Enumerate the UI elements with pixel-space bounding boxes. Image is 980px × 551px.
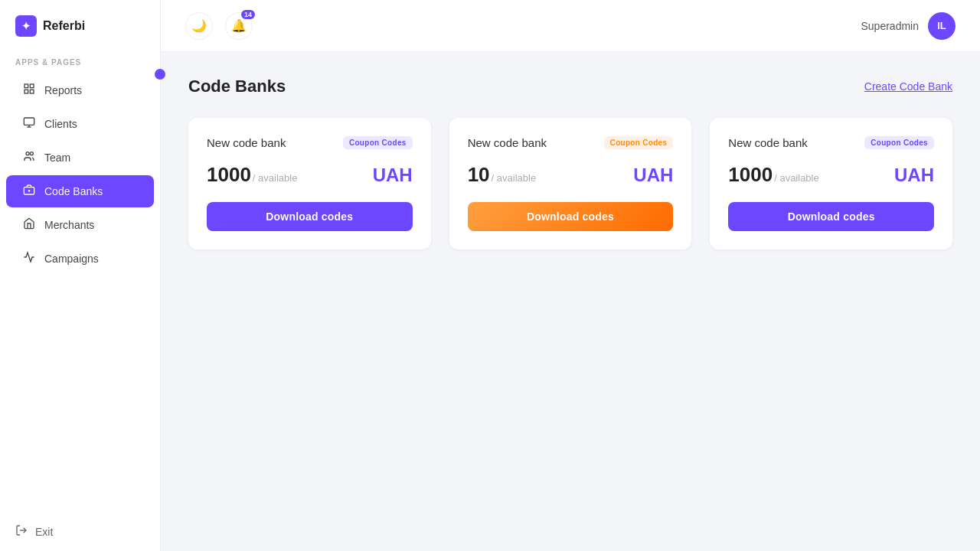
svg-rect-4 — [24, 118, 34, 125]
sidebar-code-banks-label: Code Banks — [44, 185, 103, 197]
svg-point-7 — [26, 152, 29, 155]
exit-button[interactable]: Exit — [0, 512, 160, 551]
sidebar-campaigns-label: Campaigns — [44, 253, 99, 265]
card-1-available: 1000/ available — [207, 163, 297, 187]
sidebar-item-code-banks[interactable]: Code Banks — [6, 175, 154, 207]
sidebar-reports-label: Reports — [44, 84, 82, 96]
page-title: Code Banks — [188, 77, 286, 96]
card-2-count: 10 — [468, 163, 490, 186]
code-bank-card-3: New code bank Coupon Codes 1000/ availab… — [710, 118, 952, 249]
exit-label: Exit — [35, 526, 53, 538]
download-codes-button-2[interactable]: Download codes — [468, 202, 674, 231]
sidebar-merchants-label: Merchants — [44, 219, 94, 231]
logo-area: ✦ Referbi — [0, 0, 160, 44]
reports-icon — [21, 83, 37, 98]
sidebar-clients-label: Clients — [44, 118, 77, 130]
card-1-top: New code bank Coupon Codes — [207, 136, 413, 149]
notification-badge: 14 — [241, 10, 255, 19]
card-3-middle: 1000/ available UAH — [728, 163, 934, 187]
apps-pages-label: APPS & PAGES — [0, 44, 160, 73]
code-bank-card-1: New code bank Coupon Codes 1000/ availab… — [188, 118, 431, 249]
download-codes-button-1[interactable]: Download codes — [207, 202, 413, 231]
card-1-badge: Coupon Codes — [343, 136, 413, 149]
card-3-top: New code bank Coupon Codes — [728, 136, 934, 149]
card-1-label: / available — [253, 172, 298, 184]
svg-point-8 — [30, 152, 33, 155]
sidebar-nav: Reports Clients Team Code Banks Merchant… — [0, 73, 160, 276]
card-2-middle: 10/ available UAH — [468, 163, 674, 187]
code-banks-grid: New code bank Coupon Codes 1000/ availab… — [188, 118, 952, 249]
sidebar-dot — [155, 69, 165, 80]
sidebar-item-team[interactable]: Team — [6, 142, 154, 174]
card-3-currency: UAH — [894, 165, 934, 186]
card-3-label: / available — [774, 172, 819, 184]
exit-icon — [15, 524, 28, 539]
sidebar-item-clients[interactable]: Clients — [6, 108, 154, 140]
merchants-icon — [21, 217, 37, 233]
logo-text: Referbi — [43, 19, 85, 33]
card-1-count: 1000 — [207, 163, 251, 186]
download-codes-button-3[interactable]: Download codes — [728, 202, 934, 231]
svg-rect-0 — [24, 84, 28, 88]
svg-rect-1 — [30, 84, 34, 88]
header-right: Superadmin IL — [861, 12, 956, 40]
card-3-name: New code bank — [728, 136, 807, 149]
header: 🌙 🔔 14 Superadmin IL — [161, 0, 980, 52]
avatar[interactable]: IL — [928, 12, 956, 40]
card-2-badge: Coupon Codes — [604, 136, 674, 149]
code-banks-icon — [21, 184, 37, 199]
main-content: 🌙 🔔 14 Superadmin IL Code Banks Create C… — [161, 0, 980, 551]
sidebar-team-label: Team — [44, 152, 70, 164]
clients-icon — [21, 116, 37, 132]
svg-rect-3 — [30, 90, 34, 93]
card-2-name: New code bank — [468, 136, 547, 149]
logo-icon: ✦ — [15, 15, 37, 37]
team-icon — [21, 150, 37, 165]
header-left: 🌙 🔔 14 — [185, 12, 253, 40]
sidebar: ✦ Referbi APPS & PAGES Reports Clients T… — [0, 0, 161, 551]
code-bank-card-2: New code bank Coupon Codes 10/ available… — [449, 118, 692, 249]
card-3-count: 1000 — [728, 163, 773, 186]
create-code-bank-link[interactable]: Create Code Bank — [864, 80, 952, 93]
card-2-available: 10/ available — [468, 163, 536, 187]
card-2-label: / available — [492, 172, 537, 184]
page-content: Code Banks Create Code Bank New code ban… — [161, 52, 980, 551]
sidebar-item-merchants[interactable]: Merchants — [6, 209, 154, 241]
notifications-button[interactable]: 🔔 14 — [225, 12, 253, 40]
card-2-currency: UAH — [633, 165, 673, 186]
card-1-name: New code bank — [207, 136, 286, 149]
card-3-badge: Coupon Codes — [864, 136, 934, 149]
card-3-available: 1000/ available — [728, 163, 818, 187]
card-2-top: New code bank Coupon Codes — [468, 136, 674, 149]
username-label: Superadmin — [861, 20, 920, 32]
campaigns-icon — [21, 251, 37, 266]
page-header: Code Banks Create Code Bank — [188, 77, 952, 96]
sidebar-item-campaigns[interactable]: Campaigns — [6, 243, 154, 275]
svg-rect-2 — [24, 90, 28, 93]
card-1-currency: UAH — [373, 165, 413, 186]
sidebar-item-reports[interactable]: Reports — [6, 74, 154, 106]
card-1-middle: 1000/ available UAH — [207, 163, 413, 187]
dark-mode-button[interactable]: 🌙 — [185, 12, 213, 40]
